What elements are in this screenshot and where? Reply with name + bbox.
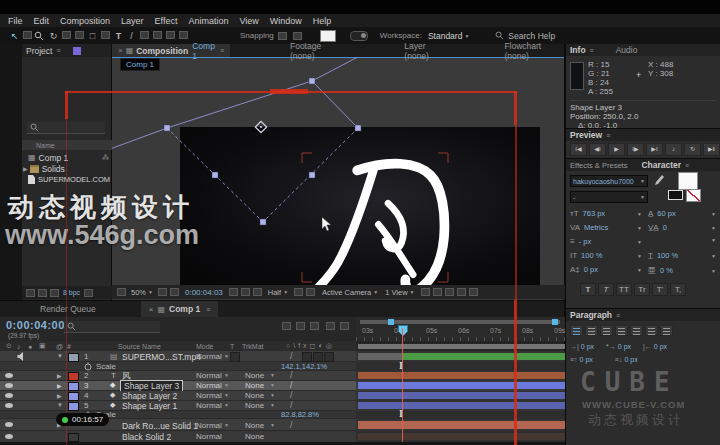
blend-mode-select[interactable]: Normal	[196, 352, 222, 361]
menu-layer[interactable]: Layer	[121, 16, 144, 26]
layer-color-chip[interactable]	[68, 392, 79, 401]
search-help-icon[interactable]	[495, 31, 504, 40]
stopwatch-icon[interactable]	[84, 362, 92, 371]
trkmat-select[interactable]: None	[245, 432, 264, 441]
project-item-solids[interactable]: ▶ Solids	[22, 163, 112, 174]
twirl-icon[interactable]: ▼	[57, 402, 63, 408]
leading-value[interactable]: 60 px	[657, 209, 675, 218]
layer-color-chip[interactable]	[68, 353, 79, 362]
layer-row-6[interactable]: ▶ Dark Ro...ue Solid 1 Normal ▼ None ▼ /	[0, 419, 356, 431]
trkmat-column[interactable]: TrkMat	[242, 343, 264, 350]
chevron-down-icon[interactable]: ▼	[637, 239, 642, 245]
audio-mute-button[interactable]: ♪	[665, 143, 682, 156]
play-button[interactable]: ▶	[608, 143, 625, 156]
fill-color-swatch[interactable]	[678, 172, 698, 190]
always-preview-icon[interactable]	[117, 288, 126, 296]
layer-row-7[interactable]: Black Solid 2 Normal None	[0, 431, 356, 442]
layer-name[interactable]: Shape Layer 2	[122, 391, 177, 401]
workspace-select[interactable]: Standard	[428, 31, 463, 41]
trkmat-select[interactable]: None	[245, 401, 264, 410]
type-tool[interactable]: T	[112, 31, 125, 41]
property-row-scale-2[interactable]: Scale 82.8,82.8%	[0, 411, 356, 419]
layer-bar[interactable]	[358, 392, 565, 399]
trash-icon[interactable]	[84, 289, 93, 297]
property-name[interactable]: Scale	[96, 362, 116, 371]
snapping-checkbox[interactable]	[278, 32, 287, 40]
mask-visibility-icon[interactable]	[170, 288, 179, 296]
workspace-chevron-icon[interactable]: ▼	[464, 33, 469, 39]
eye-icon[interactable]	[5, 403, 13, 408]
layer-bar-selected[interactable]	[358, 382, 565, 389]
frame-blend-icon[interactable]	[326, 322, 335, 330]
view-layout-select[interactable]: 1 View	[385, 288, 407, 297]
chevron-down-icon[interactable]: ▼	[711, 211, 716, 217]
trkmat-select[interactable]: None	[245, 421, 264, 430]
time-ruler[interactable]: 03s 04s 05s 06s 07s 08s 09s	[356, 317, 565, 341]
font-family-select[interactable]: hakuyocaoshu7000 ▼	[570, 175, 648, 187]
switch-box[interactable]	[324, 352, 334, 362]
layer-color-chip[interactable]	[68, 433, 79, 442]
selection-tool[interactable]: ↖	[8, 31, 21, 41]
tab-render-queue[interactable]: Render Queue	[40, 304, 96, 314]
trkmat-select[interactable]: None	[245, 371, 264, 380]
tab-info[interactable]: Info	[570, 45, 586, 55]
t-column[interactable]: T	[230, 343, 234, 350]
timeline-search[interactable]	[64, 321, 160, 333]
tracking-value[interactable]: 0	[663, 223, 667, 232]
panel-menu-icon[interactable]: ≡	[685, 162, 689, 169]
work-area-end-handle[interactable]	[552, 319, 558, 325]
eye-icon[interactable]	[5, 422, 13, 427]
switch-box[interactable]	[302, 352, 312, 362]
chevron-down-icon[interactable]: ▼	[224, 372, 229, 378]
kerning-value[interactable]: Metrics	[584, 223, 608, 232]
horizontal-scale-value[interactable]: 100 %	[657, 251, 678, 260]
tab-character[interactable]: Character	[641, 160, 681, 170]
small-caps-button[interactable]: Tr	[634, 283, 650, 296]
new-composition-icon[interactable]	[50, 289, 59, 297]
composition-mini-flowchart-icon[interactable]	[282, 322, 291, 330]
chevron-down-icon[interactable]: ▼	[711, 225, 716, 231]
font-size-value[interactable]: 763 px	[583, 209, 606, 218]
trkmat-select[interactable]: None	[245, 391, 264, 400]
justify-last-center-button[interactable]	[630, 325, 643, 336]
toggle-switch[interactable]	[350, 31, 368, 41]
zoom-tool[interactable]	[34, 31, 47, 41]
layer-bar-leading[interactable]	[358, 353, 402, 360]
layer-color-chip[interactable]	[68, 402, 79, 411]
eye-column-icon[interactable]: ⊙	[6, 342, 12, 350]
property-row-scale-1[interactable]: Scale 142.1,142.1%	[0, 362, 356, 371]
baseline-shift-value[interactable]: 0 px	[584, 265, 598, 274]
justify-last-right-button[interactable]	[645, 325, 658, 336]
audio-column-icon[interactable]: ♪	[17, 343, 21, 350]
tsume-value[interactable]: 0 %	[660, 266, 673, 275]
layer-row-1[interactable]: ▼ 1 ▤ SUPERMO...ST.mp4 Normal ▼ /	[0, 351, 356, 362]
chevron-down-icon[interactable]: ▼	[711, 253, 716, 259]
chevron-down-icon[interactable]: ▼	[270, 372, 275, 378]
panel-menu-icon[interactable]: ≡	[590, 47, 594, 54]
chevron-down-icon[interactable]: ▼	[270, 402, 275, 408]
indent-first-value[interactable]: 0 px	[618, 343, 631, 350]
brush-tool[interactable]: /	[125, 31, 138, 41]
work-area-start-handle[interactable]	[388, 319, 394, 325]
menu-composition[interactable]: Composition	[60, 16, 110, 26]
no-stroke-swatch[interactable]	[686, 189, 701, 202]
snapshot-icon[interactable]	[229, 288, 238, 296]
flowchart-button-icon[interactable]	[457, 288, 466, 296]
transparency-grid-icon[interactable]	[306, 288, 315, 296]
chevron-down-icon[interactable]: ▼	[637, 211, 642, 217]
eye-icon[interactable]	[5, 383, 13, 388]
menu-edit[interactable]: Edit	[34, 16, 50, 26]
blend-mode-select[interactable]: Normal	[196, 421, 222, 430]
show-snapshot-icon[interactable]	[241, 288, 250, 296]
blend-mode-select[interactable]: Normal	[196, 371, 222, 380]
playhead-marker[interactable]	[398, 325, 408, 336]
superscript-button[interactable]: T'	[652, 283, 668, 296]
rotation-tool[interactable]: ↻	[47, 31, 60, 41]
blend-mode-select[interactable]: Normal	[196, 391, 222, 400]
chevron-down-icon[interactable]: ▼	[270, 422, 275, 428]
current-time-indicator-line[interactable]	[402, 328, 403, 442]
chevron-down-icon[interactable]: ▼	[637, 253, 642, 259]
tab-preview[interactable]: Preview	[570, 130, 602, 140]
align-center-button[interactable]	[585, 325, 598, 336]
quality-switch[interactable]: /	[290, 400, 293, 410]
